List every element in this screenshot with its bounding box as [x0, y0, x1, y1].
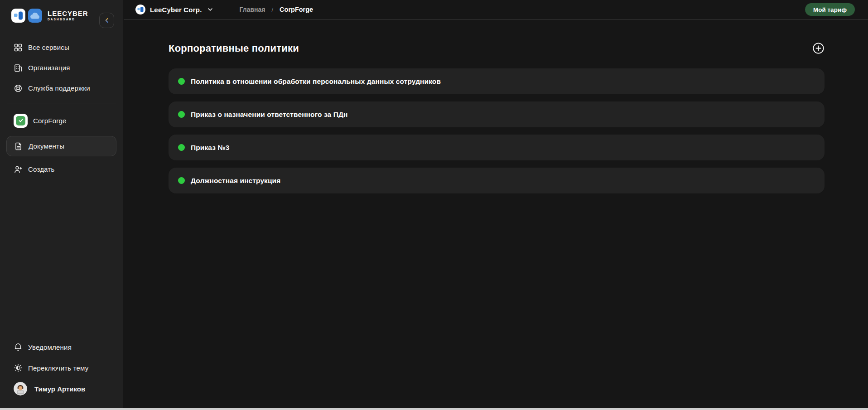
title-row: Корпоративные политики [169, 42, 825, 54]
document-label: Политика в отношении обработки персональ… [191, 77, 441, 86]
sidebar-item-label: Создать [28, 165, 54, 173]
cloud-logo-icon [28, 9, 42, 23]
sidebar-nav: Все сервисы Организация [0, 37, 123, 179]
sidebar-item-organization[interactable]: Организация [0, 58, 123, 78]
document-row[interactable]: Приказ №3 [169, 135, 825, 160]
plus-circle-icon [812, 42, 825, 54]
sidebar-item-label: Документы [29, 142, 64, 150]
brand-wordmark: LEECYBER DASHBOARD [48, 10, 88, 21]
bell-icon [14, 342, 23, 352]
avatar [14, 382, 27, 396]
sidebar-item-label: Служба поддержки [28, 84, 90, 92]
add-document-button[interactable] [812, 42, 825, 54]
sidebar: LEECYBER DASHBOARD [0, 0, 123, 410]
document-row[interactable]: Политика в отношении обработки персональ… [169, 68, 825, 94]
document-row[interactable]: Приказ о назначении ответственного за ПД… [169, 101, 825, 127]
document-label: Должностная инструкция [191, 177, 280, 185]
sidebar-item-all-services[interactable]: Все сервисы [0, 37, 123, 58]
status-dot-green [178, 111, 185, 118]
app-logo: LEECYBER DASHBOARD [11, 9, 88, 23]
dashboard-logo-icon [11, 9, 25, 23]
breadcrumb-home[interactable]: Главная [240, 6, 265, 13]
sidebar-item-notifications[interactable]: Уведомления [0, 337, 123, 357]
breadcrumb: Главная / CorpForge [240, 6, 313, 13]
document-icon [14, 142, 23, 151]
sidebar-item-label: Все сервисы [28, 43, 69, 51]
my-tariff-button[interactable]: Мой тариф [805, 3, 855, 16]
sidebar-item-create[interactable]: Создать [0, 159, 123, 179]
sidebar-item-corpforge[interactable]: CorpForge [0, 108, 123, 133]
sidebar-item-support[interactable]: Служба поддержки [0, 78, 123, 98]
org-name: LeeCyber Corp. [150, 6, 202, 14]
chevron-down-icon [207, 6, 214, 13]
sidebar-collapse-button[interactable] [99, 13, 114, 28]
document-row[interactable]: Должностная инструкция [169, 168, 825, 193]
sidebar-item-label: Организация [28, 64, 70, 72]
org-switcher[interactable]: LeeCyber Corp. [135, 5, 214, 14]
status-dot-green [178, 78, 185, 85]
sidebar-footer: Уведомления Переключить тему [0, 337, 123, 399]
grid-icon [14, 43, 23, 52]
active-item-pill: Документы [6, 136, 116, 156]
sidebar-item-toggle-theme[interactable]: Переключить тему [0, 357, 123, 378]
organization-icon [14, 63, 23, 72]
document-label: Приказ о назначении ответственного за ПД… [191, 111, 348, 119]
person-plus-icon [14, 165, 23, 174]
support-icon [14, 84, 23, 93]
brand-name: LEECYBER [48, 10, 88, 17]
breadcrumb-separator: / [271, 6, 273, 13]
org-logo-icon [135, 5, 145, 14]
sidebar-user[interactable]: Тимур Артиков [0, 378, 123, 399]
status-dot-green [178, 144, 185, 151]
theme-icon [14, 363, 23, 372]
document-list: Политика в отношении обработки персональ… [169, 68, 825, 193]
corpforge-icon [14, 114, 28, 128]
breadcrumb-current: CorpForge [280, 6, 313, 13]
chevron-left-icon [103, 17, 111, 24]
sidebar-item-label: Переключить тему [28, 364, 88, 372]
main-content: Корпоративные политики Политика в отноше… [124, 20, 868, 410]
sidebar-divider [7, 103, 116, 103]
topbar: LeeCyber Corp. Главная / CorpForge Мой т… [124, 0, 868, 19]
sidebar-item-documents[interactable]: Документы [6, 136, 116, 156]
sidebar-item-label: CorpForge [33, 117, 67, 125]
horizontal-scrollbar[interactable] [0, 408, 868, 410]
document-label: Приказ №3 [191, 144, 230, 152]
brand-subtitle: DASHBOARD [48, 18, 88, 21]
user-name: Тимур Артиков [34, 385, 85, 393]
page-title: Корпоративные политики [169, 43, 299, 54]
status-dot-green [178, 177, 185, 184]
sidebar-item-label: Уведомления [28, 343, 72, 351]
